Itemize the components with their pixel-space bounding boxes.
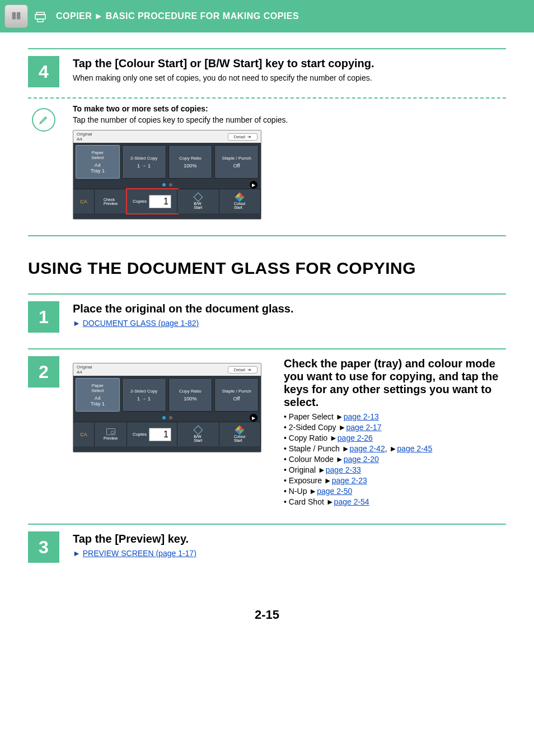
step-4-title: Tap the [Colour Start] or [B/W Start] ke…: [73, 57, 506, 70]
copies-field[interactable]: Copies1: [127, 189, 177, 213]
note-icon: [28, 104, 59, 136]
ca-button[interactable]: CA: [73, 189, 95, 213]
page-link[interactable]: page 2-20: [344, 455, 379, 464]
bw-start-button[interactable]: B/WStart: [177, 422, 219, 446]
note-body: Tap the number of copies key to specify …: [73, 115, 288, 124]
step-number-4: 4: [28, 56, 59, 87]
copies-field[interactable]: Copies1: [127, 422, 177, 446]
list-item: 2-Sided Copy ►page 2-17: [284, 423, 506, 432]
page-link[interactable]: page 2-33: [326, 465, 361, 474]
copier-panel-2: OriginalA4 Detail➔ PaperSelectA4Tray 1 2…: [73, 363, 261, 452]
dot-1[interactable]: [162, 183, 166, 186]
divider: [28, 524, 506, 525]
step-2-title: Check the paper (tray) and colour mode y…: [284, 357, 506, 409]
next-page-icon[interactable]: ▶: [250, 181, 257, 189]
paper-select-card[interactable]: PaperSelectA4Tray 1: [76, 145, 120, 179]
arrow-right-icon: ➔: [247, 367, 251, 372]
document-glass-link[interactable]: DOCUMENT GLASS (page 1-82): [83, 319, 199, 328]
list-item: Paper Select ►page 2-13: [284, 412, 506, 421]
paper-select-card[interactable]: PaperSelectA4Tray 1: [76, 378, 120, 412]
arrow-right-icon: ➔: [247, 134, 251, 139]
page-link[interactable]: page 2-42: [350, 444, 385, 453]
list-item: N-Up ►page 2-50: [284, 487, 506, 496]
svg-point-4: [111, 431, 114, 434]
list-item: Staple / Punch ►page 2-42, ►page 2-45: [284, 444, 506, 453]
divider: [28, 348, 506, 349]
copy-ratio-card[interactable]: Copy Ratio100%: [168, 145, 213, 179]
diamond-icon: [193, 425, 203, 435]
list-item: Card Shot ►page 2-54: [284, 497, 506, 506]
ca-button[interactable]: CA: [73, 422, 95, 446]
step-number-2: 2: [28, 356, 59, 388]
page-dots: ▶: [73, 414, 261, 422]
dot-2[interactable]: [169, 416, 172, 419]
page-link[interactable]: page 2-50: [317, 487, 352, 496]
panel-original-label: Original: [77, 132, 92, 137]
copier-panel-1: OriginalA4 Detail➔ PaperSelectA4Tray 1 2…: [73, 130, 261, 220]
colour-diamond-icon: [235, 425, 245, 435]
preview-screen-link[interactable]: PREVIEW SCREEN (page 1-17): [83, 549, 196, 558]
divider: [28, 235, 506, 236]
bw-start-button[interactable]: B/WStart: [177, 189, 219, 213]
copy-ratio-card[interactable]: Copy Ratio100%: [168, 378, 213, 412]
colour-start-button[interactable]: ColourStart: [219, 422, 261, 446]
two-sided-card[interactable]: 2-Sided Copy1 → 1: [122, 145, 166, 179]
copies-value[interactable]: 1: [149, 195, 171, 208]
colour-diamond-icon: [235, 192, 245, 202]
list-item: Original ►page 2-33: [284, 465, 506, 474]
diamond-icon: [193, 192, 203, 202]
page-number: 2-15: [28, 608, 506, 622]
panel-original-size: A4: [77, 137, 92, 142]
list-item: Copy Ratio ►page 2-26: [284, 433, 506, 442]
colour-start-button[interactable]: ColourStart: [219, 189, 261, 213]
detail-button[interactable]: Detail➔: [228, 366, 257, 374]
page-link[interactable]: page 2-13: [344, 412, 379, 421]
preview-button[interactable]: Preview: [95, 422, 127, 446]
page-dots: ▶: [73, 181, 261, 189]
list-item: Colour Mode ►page 2-20: [284, 455, 506, 464]
staple-punch-card[interactable]: Staple / PunchOff: [214, 145, 259, 179]
next-page-icon[interactable]: ▶: [250, 414, 257, 422]
dashed-divider: [28, 97, 506, 99]
copier-icon[interactable]: [31, 8, 49, 26]
page-link[interactable]: page 2-54: [334, 497, 369, 506]
divider: [28, 48, 506, 49]
detail-button[interactable]: Detail➔: [228, 133, 257, 141]
note-title: To make two or more sets of copies:: [73, 104, 288, 113]
two-sided-card[interactable]: 2-Sided Copy1 → 1: [122, 378, 166, 412]
breadcrumb: COPIER ► BASIC PROCEDURE FOR MAKING COPI…: [0, 0, 534, 32]
page-link[interactable]: page 2-45: [397, 444, 432, 453]
step-number-3: 3: [28, 531, 59, 563]
divider: [28, 293, 506, 295]
chevron-right-icon: ►: [94, 11, 103, 21]
breadcrumb-section[interactable]: COPIER: [56, 11, 92, 21]
book-icon[interactable]: [4, 4, 28, 28]
svg-rect-2: [38, 19, 43, 22]
step-4-desc: When making only one set of copies, you …: [73, 73, 506, 82]
dot-2[interactable]: [169, 183, 172, 186]
section-title: USING THE DOCUMENT GLASS FOR COPYING: [28, 259, 506, 278]
breadcrumb-subsection[interactable]: BASIC PROCEDURE FOR MAKING COPIES: [106, 11, 299, 21]
pencil-icon: [32, 108, 55, 132]
triangle-icon: ►: [73, 549, 81, 558]
page-link[interactable]: page 2-17: [346, 423, 381, 432]
staple-punch-card[interactable]: Staple / PunchOff: [214, 378, 259, 412]
triangle-icon: ►: [73, 319, 81, 328]
page-link[interactable]: page 2-23: [332, 476, 367, 485]
svg-rect-1: [35, 15, 45, 19]
step-3-title: Tap the [Preview] key.: [73, 533, 506, 545]
step-1-title: Place the original on the document glass…: [73, 302, 506, 315]
preview-icon: [106, 428, 115, 435]
check-preview-button[interactable]: CheckPreview: [95, 189, 127, 213]
step-number-1: 1: [28, 301, 59, 333]
page-link[interactable]: page 2-26: [338, 433, 373, 442]
dot-1[interactable]: [162, 416, 166, 419]
list-item: Exposure ►page 2-23: [284, 476, 506, 485]
reference-list: Paper Select ►page 2-13 2-Sided Copy ►pa…: [284, 412, 506, 506]
